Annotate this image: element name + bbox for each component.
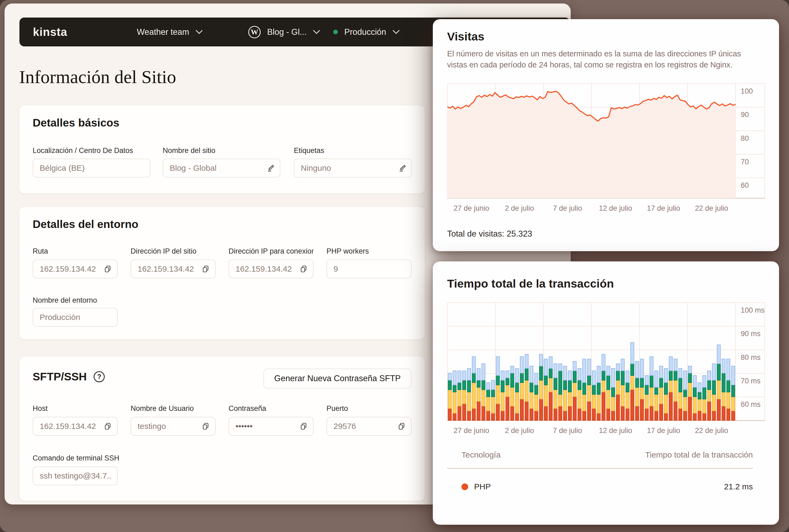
field-label: Host (33, 404, 118, 413)
external-ip-field[interactable]: 162.159.134.42 (228, 260, 314, 279)
field-label: Etiquetas (294, 147, 412, 155)
datacenter-field[interactable]: Bélgica (BE) (33, 159, 150, 177)
svg-text:2 de julio: 2 de julio (505, 204, 534, 212)
edit-icon[interactable] (398, 164, 406, 172)
svg-text:100: 100 (741, 87, 753, 95)
svg-text:22 de julio: 22 de julio (695, 204, 728, 212)
copy-icon[interactable] (104, 265, 112, 273)
field-label: Nombre de Usuario (131, 404, 215, 413)
svg-text:80: 80 (741, 134, 749, 142)
screenshot-canvas: kinsta Weather team W Blog - Gl... Produ… (0, 0, 789, 532)
visitas-line-chart: 1009080706027 de junio2 de julio7 de jul… (447, 83, 765, 215)
environment-status-dot (333, 30, 338, 34)
environment-selector[interactable]: Producción (333, 18, 400, 46)
svg-text:70 ms: 70 ms (741, 377, 761, 385)
svg-text:12 de julio: 12 de julio (599, 204, 632, 212)
copy-icon[interactable] (300, 265, 307, 273)
field-label: Localización / Centro De Datos (33, 147, 150, 155)
field-label: Puerto (326, 404, 412, 413)
team-selector-label: Weather team (137, 27, 189, 37)
field-label: Comando de terminal SSH (33, 454, 168, 462)
tech-column-header: Tecnología (462, 450, 501, 459)
site-selector[interactable]: W Blog - Gl... (248, 18, 320, 46)
svg-text:2 de julio: 2 de julio (505, 426, 534, 435)
visitas-total: Total de visitas: 25.323 (447, 229, 532, 239)
svg-text:100 ms: 100 ms (741, 306, 765, 314)
section-title: Detalles básicos (33, 116, 119, 129)
field-label: Dirección IP del sitio (131, 247, 215, 255)
field-label: Nombre del sitio (163, 147, 280, 155)
svg-text:27 de junio: 27 de junio (454, 426, 489, 435)
svg-text:7 de julio: 7 de julio (553, 426, 582, 435)
wordpress-icon: W (248, 26, 261, 38)
username-field[interactable]: testingo (131, 417, 215, 436)
section-title: Detalles del entorno (33, 218, 138, 231)
port-field[interactable]: 29576 (326, 417, 412, 436)
ssh-command-field[interactable]: ssh testingo@34.7... (33, 467, 118, 485)
field-label: Nombre del entorno (33, 296, 140, 305)
host-field[interactable]: 162.159.134.42 (33, 417, 118, 436)
svg-text:22 de julio: 22 de julio (695, 426, 728, 435)
path-field[interactable]: 162.159.134.42 (33, 260, 118, 279)
chevron-down-icon (195, 30, 203, 34)
tiempo-title: Tiempo total de la transacción (447, 277, 614, 290)
section-title: SFTP/SSH (33, 370, 87, 383)
php-row-label: PHP (474, 482, 724, 491)
environment-name-field[interactable]: Producción (33, 308, 118, 327)
kinsta-logo[interactable]: kinsta (33, 18, 67, 46)
field-label: Ruta (33, 247, 118, 255)
password-field[interactable]: •••••• (228, 417, 314, 436)
copy-icon[interactable] (202, 265, 210, 273)
php-legend-dot (462, 483, 468, 490)
svg-text:60: 60 (741, 181, 749, 189)
generate-sftp-password-button[interactable]: Generar Nueva Contraseña SFTP (263, 368, 412, 388)
copy-icon[interactable] (202, 422, 210, 430)
svg-text:7 de julio: 7 de julio (553, 204, 582, 212)
svg-text:80 ms: 80 ms (741, 354, 761, 361)
environment-selector-label: Producción (344, 27, 386, 37)
php-row-value: 21.2 ms (724, 482, 753, 491)
copy-icon[interactable] (300, 422, 307, 430)
table-divider (447, 468, 753, 469)
svg-text:90 ms: 90 ms (741, 330, 761, 338)
svg-text:60 ms: 60 ms (741, 400, 761, 408)
field-label: Contraseña (228, 404, 314, 413)
chevron-down-icon (393, 30, 400, 34)
svg-text:17 de julio: 17 de julio (647, 204, 680, 212)
page-title: Información del Sitio (19, 66, 176, 88)
svg-text:17 de julio: 17 de julio (647, 426, 680, 435)
copy-icon[interactable] (104, 422, 112, 430)
environment-details-card: Detalles del entorno Ruta 162.159.134.42… (19, 206, 425, 340)
tags-field[interactable]: Ninguno (294, 159, 412, 177)
site-selector-label: Blog - Gl... (267, 27, 306, 37)
svg-text:90: 90 (741, 111, 749, 119)
svg-text:70: 70 (741, 158, 749, 166)
sftp-ssh-card: SFTP/SSH ? Generar Nueva Contraseña SFTP… (19, 356, 425, 501)
team-selector[interactable]: Weather team (137, 18, 203, 46)
edit-icon[interactable] (267, 164, 275, 172)
tiempo-card: Tiempo total de la transacción 100 ms90 … (433, 261, 779, 525)
basic-details-card: Detalles básicos Localización / Centro D… (19, 105, 425, 194)
help-icon[interactable]: ? (94, 371, 105, 382)
php-workers-field[interactable]: 9 (326, 260, 412, 279)
svg-text:12 de julio: 12 de julio (599, 426, 632, 435)
tiempo-bar-chart: 100 ms90 ms80 ms70 ms60 ms27 de junio2 d… (447, 302, 765, 437)
visitas-card: Visitas El número de visitas en un mes d… (433, 19, 779, 251)
visitas-title: Visitas (447, 30, 484, 43)
svg-text:27 de junio: 27 de junio (454, 204, 489, 212)
site-ip-field[interactable]: 162.159.134.42 (131, 260, 215, 279)
field-label: PHP workers (326, 247, 412, 255)
site-name-field[interactable]: Blog - Global (163, 159, 280, 177)
field-label: Dirección IP para conexione (228, 247, 314, 255)
time-column-header: Tiempo total de la transacción (645, 450, 753, 459)
copy-icon[interactable] (397, 422, 406, 430)
chevron-down-icon (313, 30, 320, 34)
visitas-description: El número de visitas en un mes determina… (447, 48, 756, 71)
